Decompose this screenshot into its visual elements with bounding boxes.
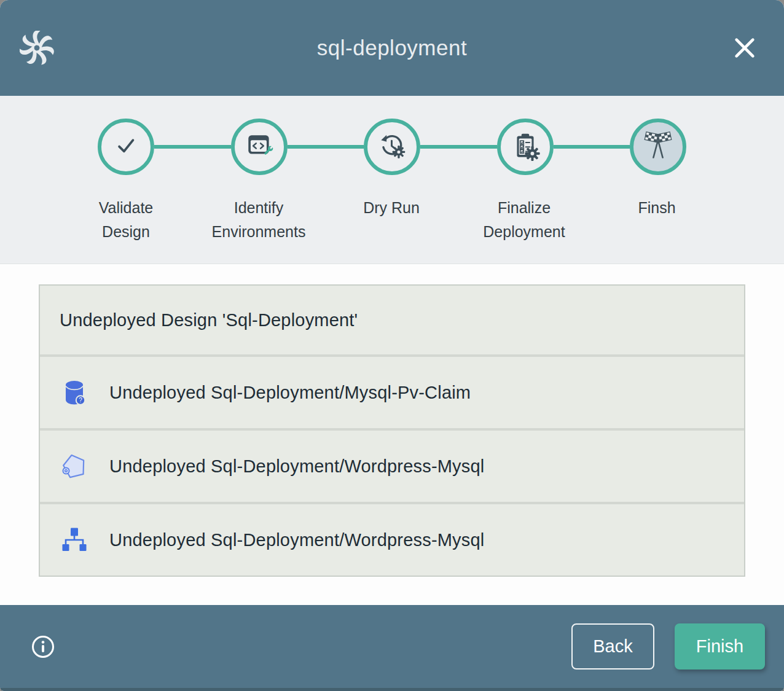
step-label-finish: Finsh (590, 196, 723, 244)
step-finalize-deployment (497, 119, 554, 175)
status-text: Undeployed Sql-Deployment/Wordpress-Mysq… (109, 530, 484, 550)
status-row-mysql-pv-claim: ? Undeployed Sql-Deployment/Mysql-Pv-Cla… (40, 354, 744, 428)
deployment-wizard-modal: sql-deployment (0, 0, 784, 691)
dry-run-results-area: Undeployed Design 'Sql-Deployment' ? Und… (0, 264, 784, 605)
dialog-header: sql-deployment (0, 0, 784, 96)
deployment-status-list: Undeployed Design 'Sql-Deployment' ? Und… (39, 284, 745, 577)
wizard-stepper: Validate Design Identify Environments Dr… (0, 96, 784, 264)
footer-buttons: Back Finish (571, 623, 765, 670)
code-window-wrench-icon (244, 130, 275, 163)
step-finish (630, 119, 686, 175)
step-validate-design (98, 119, 154, 175)
finish-button[interactable]: Finish (675, 623, 765, 670)
sitemap-hierarchy-icon (60, 525, 89, 555)
checkmark-icon (111, 130, 141, 163)
close-icon (732, 53, 757, 62)
modal-bottom-edge (0, 688, 784, 691)
status-text: Undeployed Sql-Deployment/Mysql-Pv-Claim (109, 383, 471, 403)
stepper-circles-row (0, 119, 784, 175)
dialog-footer: Back Finish (0, 605, 784, 688)
refresh-gear-icon (377, 130, 407, 163)
stepper-labels-row: Validate Design Identify Environments Dr… (0, 196, 784, 244)
clipboard-checklist-gear-icon (510, 130, 541, 163)
info-circle-icon (31, 652, 55, 661)
step-dry-run (364, 119, 420, 175)
stepper-connector (288, 145, 364, 149)
back-button[interactable]: Back (571, 623, 654, 670)
status-text: Undeployed Sql-Deployment/Wordpress-Mysq… (109, 456, 484, 477)
svg-text:?: ? (79, 397, 82, 404)
status-text: Undeployed Design 'Sql-Deployment' (60, 310, 358, 330)
step-identify-environments (231, 119, 288, 175)
step-label-finalize-deployment: Finalize Deployment (458, 196, 590, 244)
info-button[interactable] (31, 634, 55, 659)
stepper-connector (154, 145, 231, 149)
status-row-wordpress-mysql-pod: Undeployed Sql-Deployment/Wordpress-Mysq… (40, 428, 744, 502)
stepper-connector (554, 145, 630, 149)
status-row-design: Undeployed Design 'Sql-Deployment' (40, 286, 744, 354)
dialog-title: sql-deployment (317, 36, 467, 60)
step-label-identify-environments: Identify Environments (192, 196, 325, 244)
stepper-connector (420, 145, 497, 149)
checkered-flags-icon (642, 130, 674, 164)
database-question-icon: ? (60, 378, 89, 407)
step-label-dry-run: Dry Run (325, 196, 458, 244)
meshery-logo-icon (20, 31, 54, 65)
pod-pentagon-icon (60, 451, 89, 481)
close-button[interactable] (729, 32, 761, 64)
status-row-wordpress-mysql-service: Undeployed Sql-Deployment/Wordpress-Mysq… (40, 502, 744, 576)
step-label-validate-design: Validate Design (60, 196, 192, 244)
